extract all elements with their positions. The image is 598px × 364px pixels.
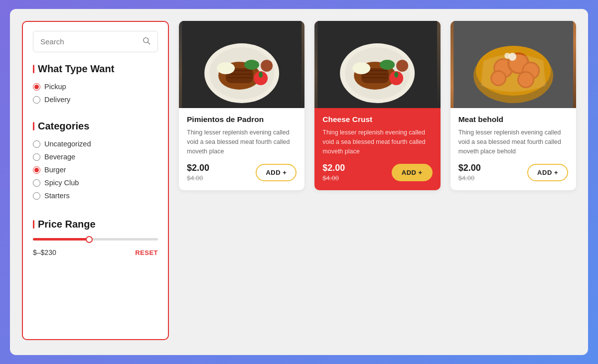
type-section-title: What Type Want <box>33 63 158 75</box>
page-wrapper: What Type Want Pickup Delivery Categorie… <box>10 9 588 355</box>
pickup-label: Pickup <box>44 83 66 91</box>
product-name-2: Cheese Crust <box>322 115 432 124</box>
add-button-2[interactable]: ADD + <box>392 164 433 181</box>
card-footer-3: $2.00 $4.00 ADD + <box>458 163 568 182</box>
price-range-section: Price Range $–$230 RESET <box>33 219 158 256</box>
product-desc-3: Thing lesser replenish evening called vo… <box>458 128 568 156</box>
cat-beverage[interactable]: Beverage <box>33 153 158 161</box>
reset-button[interactable]: RESET <box>135 249 158 256</box>
product-name-1: Pimientos de Padron <box>187 115 297 124</box>
price-labels: $–$230 RESET <box>33 248 158 256</box>
product-image-3 <box>450 21 576 108</box>
search-box <box>33 31 158 52</box>
svg-point-14 <box>261 60 273 72</box>
card-body-3: Meat behold Thing lesser replenish eveni… <box>450 108 576 190</box>
delivery-option[interactable]: Delivery <box>33 96 158 104</box>
card-footer-1: $2.00 $4.00 ADD + <box>187 163 297 182</box>
original-price-2: $4.00 <box>322 174 339 182</box>
svg-point-27 <box>396 60 408 72</box>
price-block-2: $2.00 $4.00 <box>322 163 345 182</box>
product-card-1: Pimientos de Padron Thing lesser repleni… <box>179 21 304 190</box>
svg-point-25 <box>352 62 370 74</box>
price-slider-thumb[interactable] <box>86 236 93 243</box>
price-range-display: $–$230 <box>33 248 56 256</box>
svg-point-12 <box>217 62 235 74</box>
price-slider-track[interactable] <box>33 238 158 241</box>
search-icon <box>142 36 150 47</box>
delivery-radio[interactable] <box>33 96 40 104</box>
svg-point-13 <box>244 60 259 70</box>
product-image-2 <box>314 21 440 108</box>
cat-starters[interactable]: Starters <box>33 192 158 200</box>
sidebar: What Type Want Pickup Delivery Categorie… <box>22 21 169 340</box>
type-filter-section: What Type Want Pickup Delivery <box>33 63 158 109</box>
card-footer-2: $2.00 $4.00 ADD + <box>322 163 432 182</box>
svg-point-11 <box>259 72 263 78</box>
original-price-1: $4.00 <box>187 174 203 182</box>
product-card-2: Cheese Crust Thing lesser replenish even… <box>314 21 440 190</box>
delivery-label: Delivery <box>44 96 70 104</box>
price-block-3: $2.00 $4.00 <box>458 163 481 182</box>
card-body-2: Cheese Crust Thing lesser replenish even… <box>314 108 440 190</box>
search-input[interactable] <box>40 37 142 46</box>
categories-filter-section: Categories Uncategorized Beverage Burger… <box>33 121 158 205</box>
original-price-3: $4.00 <box>458 174 475 182</box>
price-section-title: Price Range <box>33 219 158 230</box>
add-button-1[interactable]: ADD + <box>256 164 297 181</box>
add-button-3[interactable]: ADD + <box>527 164 568 181</box>
current-price-3: $2.00 <box>458 163 481 173</box>
current-price-1: $2.00 <box>187 163 209 173</box>
product-name-3: Meat behold <box>458 115 568 124</box>
svg-line-1 <box>148 42 150 44</box>
card-body-1: Pimientos de Padron Thing lesser repleni… <box>179 108 304 190</box>
product-desc-1: Thing lesser replenish evening called vo… <box>187 128 297 156</box>
product-grid: Pimientos de Padron Thing lesser repleni… <box>179 21 576 340</box>
categories-section-title: Categories <box>33 121 158 132</box>
svg-point-24 <box>394 72 398 78</box>
cat-burger[interactable]: Burger <box>33 166 158 174</box>
pickup-option[interactable]: Pickup <box>33 83 158 91</box>
price-slider-fill <box>33 238 89 241</box>
current-price-2: $2.00 <box>322 163 345 173</box>
product-desc-2: Thing lesser replenish evening called vo… <box>322 128 432 156</box>
product-card-3: Meat behold Thing lesser replenish eveni… <box>450 21 576 190</box>
price-block-1: $2.00 $4.00 <box>187 163 209 182</box>
svg-point-26 <box>380 60 395 70</box>
cat-uncategorized[interactable]: Uncategorized <box>33 140 158 148</box>
pickup-radio[interactable] <box>33 83 40 91</box>
cat-spicy-club[interactable]: Spicy Club <box>33 179 158 187</box>
product-image-1 <box>179 21 304 108</box>
